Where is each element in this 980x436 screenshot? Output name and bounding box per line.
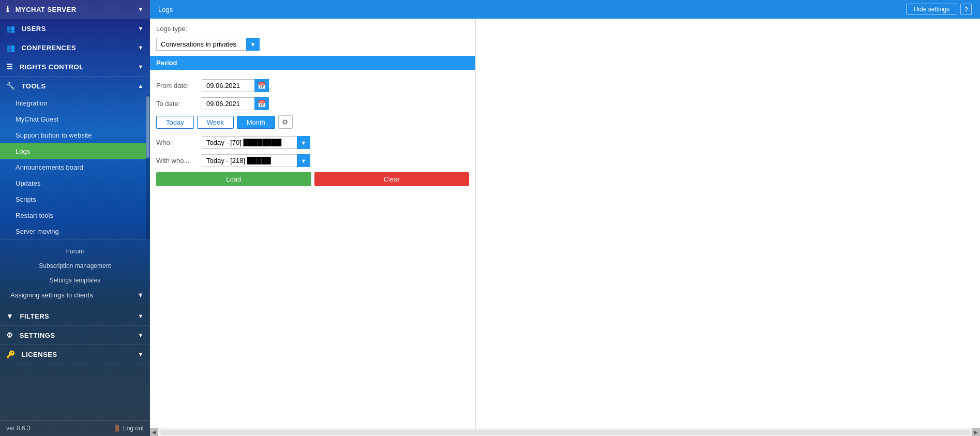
with-who-select[interactable]: Today - [218] █████ (202, 154, 310, 167)
settings-icon: ⚙ (6, 331, 13, 339)
version-label: ver 8.6.3 (6, 425, 31, 432)
sidebar-item-announcements[interactable]: Announcements board (0, 159, 146, 175)
sidebar-licenses-label: LICENSES (22, 351, 57, 358)
logs-type-label: Logs type: (156, 25, 198, 33)
sidebar-users-label: USERS (22, 25, 46, 33)
scroll-right-button[interactable]: ▶ (972, 428, 980, 437)
logout-icon: 🚪 (113, 425, 121, 432)
content-title: Logs (158, 6, 173, 13)
sidebar-item-logs[interactable]: Logs (0, 143, 146, 159)
who-label: Who: (156, 139, 198, 146)
logout-label: Log out (123, 425, 144, 432)
sidebar-link-assigning[interactable]: Assigning settings to clients ▼ (0, 288, 150, 303)
sidebar-link-forum[interactable]: Forum (0, 244, 150, 259)
today-button[interactable]: Today (156, 116, 194, 129)
tools-submenu-items: Integration MyChat Guest Support button … (0, 95, 146, 239)
period-buttons: Today Week Month ⚙ (156, 115, 469, 129)
sidebar-item-updates[interactable]: Updates (0, 175, 146, 191)
content-area: Logs Hide settings ? Logs type: Conversa… (150, 0, 980, 436)
sidebar-item-integration[interactable]: Integration (0, 95, 146, 111)
filters-icon: ▼ (6, 312, 13, 320)
sidebar-rights-label: RIGHTS CONTROL (20, 63, 84, 71)
advanced-filter-button[interactable]: ⚙ (278, 115, 293, 129)
settings-chevron: ▼ (138, 332, 144, 338)
tools-chevron: ▲ (138, 83, 144, 89)
to-date-wrapper: 📅 (202, 97, 269, 110)
help-button[interactable]: ? (960, 4, 972, 15)
sidebar-filters-label: FILTERS (20, 312, 49, 320)
sidebar-tools-label: TOOLS (22, 82, 46, 90)
sidebar-link-settings-templates[interactable]: Settings templates (0, 273, 150, 288)
rights-icon: ☰ (6, 63, 13, 71)
sidebar-footer: ver 8.6.3 🚪 Log out (0, 420, 150, 436)
licenses-icon: 🔑 (6, 350, 16, 358)
scrollbar-track[interactable] (160, 430, 970, 435)
sidebar-link-subscription[interactable]: Subscription management (0, 259, 150, 273)
sidebar-item-server-moving[interactable]: Server moving (0, 223, 146, 239)
licenses-chevron: ▼ (138, 351, 144, 357)
with-who-select-wrapper: Today - [218] █████ ▼ (202, 154, 310, 167)
to-date-calendar-button[interactable]: 📅 (254, 97, 269, 110)
sidebar-section-settings: ⚙ SETTINGS ▼ (0, 326, 150, 345)
month-button[interactable]: Month (237, 116, 275, 129)
users-icon: 👥 (6, 24, 16, 33)
with-who-label: With who... (156, 157, 198, 164)
from-date-calendar-button[interactable]: 📅 (254, 79, 269, 92)
rights-chevron: ▼ (138, 64, 144, 70)
sidebar-item-users[interactable]: 👥 USERS ▼ (0, 19, 150, 38)
logs-type-select[interactable]: Conversations in privates (156, 38, 260, 51)
sidebar-item-filters[interactable]: ▼ FILTERS ▼ (0, 307, 150, 325)
from-date-row: From date: 📅 (156, 79, 469, 92)
content-body: Logs type: Conversations in privates ▼ P… (150, 19, 980, 428)
from-date-label: From date: (156, 82, 198, 89)
who-row: Who: Today - [70] ████████ ▼ (156, 136, 469, 149)
sidebar-section-users: 👥 USERS ▼ (0, 19, 150, 38)
sidebar-settings-label: SETTINGS (20, 332, 55, 339)
filters-chevron: ▼ (138, 313, 144, 319)
tools-scrollbar[interactable] (146, 95, 150, 239)
sidebar-item-conferences[interactable]: 👥 CONFERENCES ▼ (0, 38, 150, 57)
sidebar-item-restart-tools[interactable]: Restart tools (0, 207, 146, 223)
period-header: Period (150, 56, 475, 70)
sidebar: ℹ MYCHAT SERVER ▼ 👥 USERS ▼ 👥 CONFER (0, 0, 150, 436)
sidebar-bottom-links: Forum Subscription management Settings t… (0, 240, 150, 307)
sidebar-item-rights-control[interactable]: ☰ RIGHTS CONTROL ▼ (0, 57, 150, 76)
sidebar-item-scripts[interactable]: Scripts (0, 191, 146, 207)
hide-settings-button[interactable]: Hide settings (906, 4, 957, 15)
sidebar-mychat-label: MYCHAT SERVER (16, 6, 77, 13)
with-who-row: With who... Today - [218] █████ ▼ (156, 154, 469, 167)
content-header: Logs Hide settings ? (150, 0, 980, 19)
sidebar-section-rights: ☰ RIGHTS CONTROL ▼ (0, 57, 150, 77)
sidebar-item-mychat-server[interactable]: ℹ MYCHAT SERVER ▼ (0, 0, 150, 19)
week-button[interactable]: Week (197, 116, 234, 129)
logs-result-area (476, 19, 980, 428)
to-date-label: To date: (156, 100, 198, 108)
sidebar-section-conferences: 👥 CONFERENCES ▼ (0, 38, 150, 57)
users-chevron: ▼ (138, 25, 144, 32)
logs-type-select-row: Conversations in privates ▼ (156, 38, 469, 51)
sidebar-section-tools: 🔧 TOOLS ▲ Integration MyChat Guest Suppo… (0, 77, 150, 240)
who-select[interactable]: Today - [70] ████████ (202, 136, 310, 149)
sidebar-item-tools[interactable]: 🔧 TOOLS ▲ (0, 77, 150, 95)
clear-button[interactable]: Clear (314, 172, 470, 186)
scroll-left-button[interactable]: ◀ (150, 428, 158, 437)
sidebar-item-settings[interactable]: ⚙ SETTINGS ▼ (0, 326, 150, 344)
conferences-icon: 👥 (6, 43, 16, 52)
sidebar-conferences-label: CONFERENCES (22, 44, 76, 52)
sidebar-section-filters: ▼ FILTERS ▼ (0, 307, 150, 326)
to-date-row: To date: 📅 (156, 97, 469, 110)
sidebar-item-support-button[interactable]: Support button to website (0, 127, 146, 143)
sidebar-item-licenses[interactable]: 🔑 LICENSES ▼ (0, 345, 150, 364)
from-date-wrapper: 📅 (202, 79, 269, 92)
action-buttons: Load Clear (156, 172, 469, 186)
sidebar-item-mychat-guest[interactable]: MyChat Guest (0, 111, 146, 127)
tools-submenu: Integration MyChat Guest Support button … (0, 95, 150, 239)
sidebar-section-licenses: 🔑 LICENSES ▼ (0, 345, 150, 364)
tools-icon: 🔧 (6, 82, 16, 90)
assigning-chevron: ▼ (137, 291, 144, 299)
load-button[interactable]: Load (156, 172, 311, 186)
logs-panel: Logs type: Conversations in privates ▼ P… (150, 19, 476, 428)
info-icon: ℹ (6, 5, 9, 13)
logout-button[interactable]: 🚪 Log out (113, 425, 144, 432)
logs-type-wrapper: Conversations in privates ▼ (156, 38, 260, 51)
